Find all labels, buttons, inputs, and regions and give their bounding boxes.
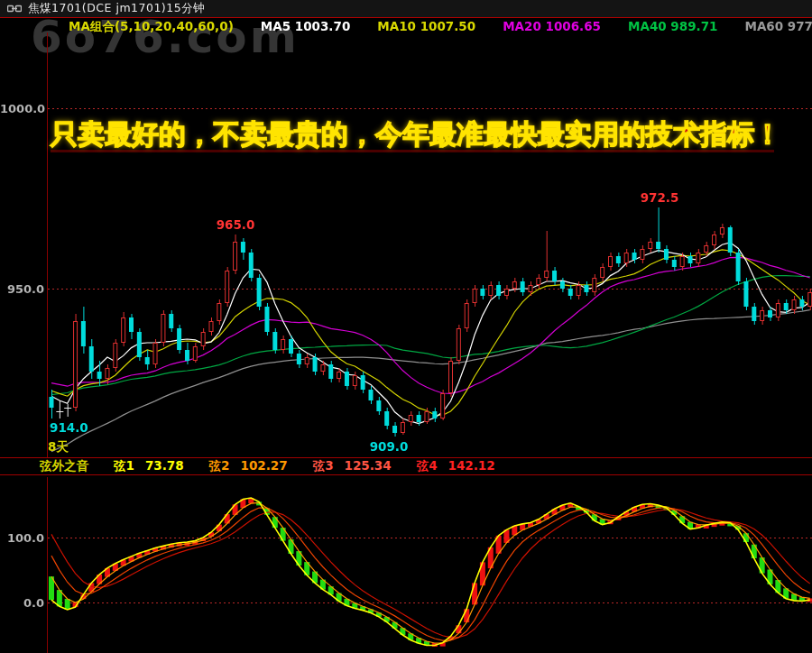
indicator-name: 弦外之音	[40, 458, 88, 474]
window-title-bar[interactable]: 焦煤1701(DCE jm1701)15分钟	[0, 0, 812, 18]
ma-group-label: MA组合(5,10,20,40,60,0)	[69, 19, 234, 33]
chord2-value: 102.27	[241, 458, 288, 474]
ma40-value: MA40 989.71	[628, 19, 717, 33]
swing-high-label-972: 972.5	[632, 190, 687, 205]
price-label-950: 950.0	[0, 282, 44, 296]
swing-high-label-965: 965.0	[208, 217, 263, 232]
ma60-value: MA60 977.28	[744, 19, 812, 33]
ma20-value: MA20 1006.65	[503, 19, 601, 33]
chord1-value: 73.78	[145, 458, 184, 474]
sub-chart-canvas[interactable]	[0, 477, 812, 653]
chord4-value: 142.12	[448, 458, 495, 474]
price-label-1000: 1000.0	[0, 102, 44, 115]
period-label-8days: 8天	[48, 439, 69, 455]
swing-low-label-909: 909.0	[362, 439, 416, 454]
app-window: 6o76.com 焦煤1701(DCE jm1701)15分钟 MA组合(5,1…	[0, 0, 812, 653]
chord3-label: 弦3	[313, 458, 334, 474]
chord2-label: 弦2	[209, 458, 230, 474]
sub-axis-line	[47, 477, 48, 653]
window-title: 焦煤1701(DCE jm1701)15分钟	[28, 1, 205, 16]
ma10-value: MA10 1007.50	[377, 19, 475, 33]
link-icon	[7, 5, 22, 13]
ma5-value: MA5 1003.70	[261, 19, 350, 33]
promo-banner: 只卖最好的，不卖最贵的，今年最准最快最实用的技术指标！	[51, 116, 790, 153]
sub-indicator-header: 弦外之音 弦1 73.78 弦2 102.27 弦3 125.34 弦4 142…	[0, 457, 812, 475]
chord3-value: 125.34	[345, 458, 392, 474]
chord4-label: 弦4	[417, 458, 438, 474]
osc-label-100: 100.0	[0, 531, 44, 545]
chord1-label: 弦1	[114, 458, 134, 474]
main-price-axis-line	[47, 32, 48, 457]
ma-indicator-row: MA组合(5,10,20,40,60,0) MA5 1003.70 MA10 1…	[0, 19, 812, 33]
main-chart-canvas[interactable]	[0, 32, 812, 457]
osc-label-0: 0.0	[0, 596, 44, 610]
swing-low-label-914: 914.0	[50, 420, 88, 435]
